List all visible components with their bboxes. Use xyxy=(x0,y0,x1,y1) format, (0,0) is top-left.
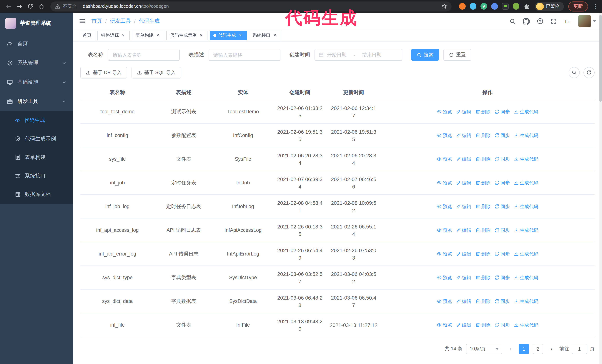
forward-icon[interactable] xyxy=(15,2,24,11)
sidebar-item-system[interactable]: 系统管理 xyxy=(0,53,73,73)
generate-code-link[interactable]: 生成代码 xyxy=(514,203,538,210)
extension-icon[interactable] xyxy=(513,3,519,10)
search-button[interactable]: 搜索 xyxy=(411,49,439,61)
delete-link[interactable]: 删除 xyxy=(475,250,491,258)
extension-icon[interactable] xyxy=(502,3,509,10)
delete-link[interactable]: 删除 xyxy=(475,274,491,281)
reload-icon[interactable] xyxy=(26,2,35,11)
font-size-icon[interactable]: TT xyxy=(564,18,571,24)
edit-link[interactable]: 编辑 xyxy=(456,321,471,329)
fullscreen-icon[interactable] xyxy=(550,18,557,24)
close-icon[interactable]: × xyxy=(155,33,161,38)
sync-link[interactable]: 同步 xyxy=(494,298,510,305)
sync-link[interactable]: 同步 xyxy=(494,227,510,234)
security-warning[interactable]: 不安全 xyxy=(55,3,76,10)
delete-link[interactable]: 删除 xyxy=(475,179,491,187)
extension-icon[interactable] xyxy=(459,3,466,10)
generate-code-link[interactable]: 生成代码 xyxy=(514,321,538,329)
date-range-picker[interactable]: 开始日期 - 结束日期 xyxy=(314,49,402,61)
delete-link[interactable]: 删除 xyxy=(475,132,491,139)
sync-link[interactable]: 同步 xyxy=(494,250,510,258)
sidebar-item-devtools[interactable]: 研发工具 xyxy=(0,92,73,111)
scrollbar-thumb[interactable] xyxy=(599,15,602,102)
close-icon[interactable]: × xyxy=(199,33,204,38)
edit-link[interactable]: 编辑 xyxy=(456,179,471,187)
page-button-1[interactable]: 1 xyxy=(519,344,529,354)
sync-link[interactable]: 同步 xyxy=(494,321,510,329)
edit-link[interactable]: 编辑 xyxy=(456,274,471,281)
generate-code-link[interactable]: 生成代码 xyxy=(514,155,538,163)
sync-link[interactable]: 同步 xyxy=(494,132,510,139)
sidebar-item-infra[interactable]: 基础设施 xyxy=(0,73,73,92)
delete-link[interactable]: 删除 xyxy=(475,108,491,115)
sync-link[interactable]: 同步 xyxy=(494,203,510,210)
chrome-menu-icon[interactable]: ⋮ xyxy=(592,3,598,10)
table-name-input[interactable] xyxy=(108,49,180,61)
tab-home[interactable]: 首页 xyxy=(79,31,95,40)
table-desc-input[interactable] xyxy=(209,49,280,61)
edit-link[interactable]: 编辑 xyxy=(456,298,471,305)
delete-link[interactable]: 删除 xyxy=(475,203,491,210)
back-icon[interactable] xyxy=(4,2,13,11)
close-icon[interactable]: × xyxy=(272,33,278,38)
delete-link[interactable]: 删除 xyxy=(475,298,491,305)
profile-chip[interactable]: 已暂停 xyxy=(535,2,564,11)
generate-code-link[interactable]: 生成代码 xyxy=(514,227,538,234)
preview-link[interactable]: 预览 xyxy=(437,179,452,187)
preview-link[interactable]: 预览 xyxy=(437,132,452,139)
tab-codegen[interactable]: 代码生成 × xyxy=(210,31,247,40)
sync-link[interactable]: 同步 xyxy=(494,155,510,163)
bookmark-star-icon[interactable] xyxy=(441,3,447,9)
edit-link[interactable]: 编辑 xyxy=(456,203,471,210)
sync-link[interactable]: 同步 xyxy=(494,108,510,115)
user-menu[interactable] xyxy=(578,15,596,27)
generate-code-link[interactable]: 生成代码 xyxy=(514,274,538,281)
tab-codegen-example[interactable]: 代码生成示例 × xyxy=(166,31,207,40)
next-page-button[interactable]: › xyxy=(547,344,556,354)
close-icon[interactable]: × xyxy=(121,33,126,38)
sidebar-item-api[interactable]: 系统接口 xyxy=(0,167,73,185)
preview-link[interactable]: 预览 xyxy=(437,108,452,115)
generate-code-link[interactable]: 生成代码 xyxy=(514,179,538,187)
scrollbar[interactable] xyxy=(599,13,602,364)
delete-link[interactable]: 删除 xyxy=(475,321,491,329)
page-button-2[interactable]: 2 xyxy=(533,344,543,354)
vue-devtools-icon[interactable]: V xyxy=(481,3,487,10)
tab-api[interactable]: 系统接口 × xyxy=(249,31,281,40)
logo[interactable]: 芋道管理系统 xyxy=(0,13,73,34)
breadcrumb-item[interactable]: 首页 xyxy=(92,18,102,24)
extension-icon[interactable] xyxy=(491,3,498,10)
extensions-puzzle-icon[interactable] xyxy=(524,3,530,10)
sync-link[interactable]: 同步 xyxy=(494,274,510,281)
edit-link[interactable]: 编辑 xyxy=(456,250,471,258)
delete-link[interactable]: 删除 xyxy=(475,227,491,234)
delete-link[interactable]: 删除 xyxy=(475,155,491,163)
import-sql-button[interactable]: 基于 SQL 导入 xyxy=(132,67,181,79)
preview-link[interactable]: 预览 xyxy=(437,250,452,258)
extension-icon[interactable] xyxy=(470,3,476,10)
generate-code-link[interactable]: 生成代码 xyxy=(514,132,538,139)
search-icon[interactable] xyxy=(509,18,516,24)
edit-link[interactable]: 编辑 xyxy=(456,132,471,139)
preview-link[interactable]: 预览 xyxy=(437,298,452,305)
help-icon[interactable]: ? xyxy=(537,18,543,24)
preview-link[interactable]: 预览 xyxy=(437,321,452,329)
page-size-select[interactable]: 10条/页 xyxy=(466,344,502,354)
generate-code-link[interactable]: 生成代码 xyxy=(514,250,538,258)
toggle-search-icon[interactable] xyxy=(569,67,580,78)
preview-link[interactable]: 预览 xyxy=(437,227,452,234)
preview-link[interactable]: 预览 xyxy=(437,274,452,281)
goto-page-input[interactable] xyxy=(572,344,587,354)
home-icon[interactable] xyxy=(37,2,46,11)
reset-button[interactable]: 重置 xyxy=(443,49,471,61)
sidebar-item-codegen[interactable]: </> 代码生成 xyxy=(0,111,73,130)
sidebar-item-form-builder[interactable]: 表单构建 xyxy=(0,148,73,167)
edit-link[interactable]: 编辑 xyxy=(456,155,471,163)
tab-tracing[interactable]: 链路追踪 × xyxy=(97,31,130,40)
sidebar-item-home[interactable]: 首页 xyxy=(0,34,73,53)
edit-link[interactable]: 编辑 xyxy=(456,227,471,234)
hamburger-icon[interactable] xyxy=(79,18,86,24)
generate-code-link[interactable]: 生成代码 xyxy=(514,108,538,115)
sync-link[interactable]: 同步 xyxy=(494,179,510,187)
update-button[interactable]: 更新 xyxy=(568,1,588,11)
